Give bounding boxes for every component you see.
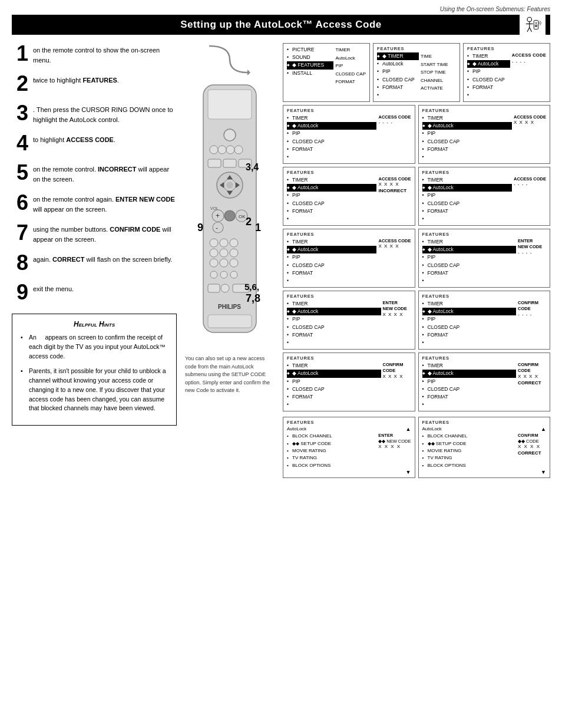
svg-point-45 xyxy=(220,271,227,278)
features-list: ◆ TIMER AutoLock PIP CLOSED CAP FORMAT xyxy=(377,52,419,99)
menu-item-features-hl: ◆ FEATURES xyxy=(287,61,333,69)
panel-row-5: FEATURES TIMER ◆ AutoLock PIP CLOSED CAP… xyxy=(283,291,550,350)
step-2: 2 twice to highlight FEATURES. xyxy=(12,73,177,94)
onscreen-menu-panel: PICTURE SOUND ◆ FEATURES INSTALL TIMERAu… xyxy=(283,43,370,102)
fp-access-code-2: FEATURES TIMER ◆ AutoLock PIP CLOSED CAP… xyxy=(283,229,415,288)
hints-list: An appears on screen to confirm the rece… xyxy=(21,333,168,413)
svg-text:3,4: 3,4 xyxy=(246,162,259,172)
svg-rect-51 xyxy=(208,315,252,328)
svg-text:-: - xyxy=(216,224,218,232)
svg-text:+: + xyxy=(216,212,220,220)
panel-row-6: FEATURES TIMER ◆ AutoLock PIP CLOSED CAP… xyxy=(283,353,550,411)
menu-list: PICTURE SOUND ◆ FEATURES INSTALL xyxy=(287,46,333,86)
svg-text:PHILIPS: PHILIPS xyxy=(218,304,241,310)
svg-line-3 xyxy=(527,28,530,32)
right-column: PICTURE SOUND ◆ FEATURES INSTALL TIMERAu… xyxy=(283,43,550,478)
panel-title: FEATURES xyxy=(377,46,456,51)
fp-confirm-code-xxxx: FEATURES TIMER ◆ AutoLock PIP CLOSED CAP… xyxy=(283,353,415,411)
features-timer-hl: ◆ TIMER xyxy=(377,52,419,60)
fp-after-incorrect: FEATURES TIMER ◆ AutoLock PIP CLOSED CAP… xyxy=(418,167,551,226)
icon-box xyxy=(520,14,546,35)
svg-rect-47 xyxy=(208,284,220,292)
fp-enter-new-code-xxxx: FEATURES TIMER ◆ AutoLock PIP CLOSED CAP… xyxy=(283,291,415,350)
left-column: 1 on the remote control to show the on-s… xyxy=(12,43,177,426)
svg-rect-8 xyxy=(535,26,538,27)
menu-item: INSTALL xyxy=(287,70,333,77)
svg-point-46 xyxy=(230,271,237,278)
autolock-hl: ◆ AutoLock xyxy=(467,60,510,68)
page: Using the On-screen Submenus: Features S… xyxy=(0,0,562,728)
svg-rect-11 xyxy=(208,90,252,119)
svg-line-4 xyxy=(530,28,532,32)
panel-row-top: PICTURE SOUND ◆ FEATURES INSTALL TIMERAu… xyxy=(283,43,550,102)
hints-box: Helpful Hints An appears on screen to co… xyxy=(12,314,177,426)
svg-rect-7 xyxy=(535,25,538,25)
step-3: 3 . Then press the CURSOR RING DOWN once… xyxy=(12,103,177,124)
ap-enter-new-code: FEATURES AutoLock ▲ BLOCK CHANNEL ◆◆ SET… xyxy=(283,417,415,478)
svg-point-22 xyxy=(226,182,233,189)
features-timer-panel: FEATURES ◆ TIMER AutoLock PIP CLOSED CAP… xyxy=(373,43,460,102)
step-1: 1 on the remote control to show the on-s… xyxy=(12,43,177,65)
svg-text:5,6,: 5,6, xyxy=(244,282,259,292)
ap-confirm-correct: FEATURES AutoLock ▲ BLOCK CHANNEL ◆◆ SET… xyxy=(418,417,551,478)
bottom-note: You can also set up a new access code fr… xyxy=(183,355,277,395)
panel-row-3: FEATURES TIMER ◆ AutoLock PIP CLOSED CAP… xyxy=(283,167,550,226)
svg-point-30 xyxy=(224,210,235,221)
svg-point-0 xyxy=(527,17,532,22)
svg-point-14 xyxy=(218,146,226,154)
fp-correct: FEATURES TIMER ◆ AutoLock PIP CLOSED CAP… xyxy=(418,353,551,411)
panel-row-autolock: FEATURES AutoLock ▲ BLOCK CHANNEL ◆◆ SET… xyxy=(283,417,550,478)
fp-enter-new-code: FEATURES TIMER ◆ AutoLock PIP CLOSED CAP… xyxy=(418,229,551,288)
step-5: 5 on the remote control. INCORRECT will … xyxy=(12,162,177,184)
svg-point-15 xyxy=(226,146,234,154)
svg-point-36 xyxy=(220,239,228,247)
svg-point-13 xyxy=(210,146,218,154)
svg-point-35 xyxy=(210,239,218,247)
svg-text:OK: OK xyxy=(239,214,246,219)
svg-text:9: 9 xyxy=(197,222,203,233)
svg-point-6 xyxy=(535,22,537,24)
svg-point-39 xyxy=(220,249,228,257)
fp-confirm-code-dashes: FEATURES TIMER ◆ AutoLock PIP CLOSED CAP… xyxy=(418,291,551,350)
hint-item: Parents, it isn't possible for your chil… xyxy=(21,367,168,413)
svg-text:2: 2 xyxy=(246,216,252,228)
step-4: 4 to highlight ACCESS CODE. xyxy=(12,133,177,154)
hint-item: An appears on screen to confirm the rece… xyxy=(21,333,168,361)
panel-title: FEATURES xyxy=(467,46,546,51)
panel-row-4: FEATURES TIMER ◆ AutoLock PIP CLOSED CAP… xyxy=(283,229,550,288)
fp-incorrect: FEATURES TIMER ◆ AutoLock PIP CLOSED CAP… xyxy=(283,167,415,226)
hints-title: Helpful Hints xyxy=(21,320,168,328)
step-8: 8 again. CORRECT will flash on the scree… xyxy=(12,252,177,274)
menu-item: SOUND xyxy=(287,54,333,61)
svg-point-41 xyxy=(210,259,218,267)
svg-point-16 xyxy=(234,146,243,154)
svg-point-40 xyxy=(230,249,238,257)
svg-point-48 xyxy=(221,284,229,292)
svg-point-42 xyxy=(220,259,228,267)
svg-rect-17 xyxy=(208,159,221,167)
svg-marker-9 xyxy=(247,70,250,75)
svg-point-37 xyxy=(230,239,238,247)
step-9: 9 exit the menu. xyxy=(12,282,177,303)
svg-point-33 xyxy=(213,222,223,233)
svg-point-38 xyxy=(210,249,218,257)
svg-point-12 xyxy=(224,129,236,141)
panel-row-2: FEATURES TIMER ◆ AutoLock PIP CLOSED CAP… xyxy=(283,105,550,164)
middle-column: VOL + OK - xyxy=(183,43,277,395)
svg-text:7,8: 7,8 xyxy=(246,292,260,304)
features-autolock-panel-1: FEATURES TIMER ◆ AutoLock PIP CLOSED CAP… xyxy=(463,43,550,102)
header-note: Using the On-screen Submenus: Features xyxy=(12,6,550,12)
features-list: TIMER ◆ AutoLock PIP CLOSED CAP FORMAT xyxy=(467,52,510,99)
svg-point-43 xyxy=(230,259,238,267)
menu-item: PICTURE xyxy=(287,46,333,54)
fp-access-code-1: FEATURES TIMER ◆ AutoLock PIP CLOSED CAP… xyxy=(283,105,415,164)
svg-rect-18 xyxy=(223,159,236,167)
step-6: 6 on the remote control again. ENTER NEW… xyxy=(12,192,177,214)
fp-access-code-xxxx-1: FEATURES TIMER ◆ AutoLock PIP CLOSED CAP… xyxy=(418,105,551,164)
svg-text:1: 1 xyxy=(255,222,261,233)
step-7: 7 using the number buttons. CONFIRM CODE… xyxy=(12,222,177,244)
svg-point-44 xyxy=(210,271,217,278)
page-title: Setting up the AutoLock™ Access Code xyxy=(12,15,550,35)
